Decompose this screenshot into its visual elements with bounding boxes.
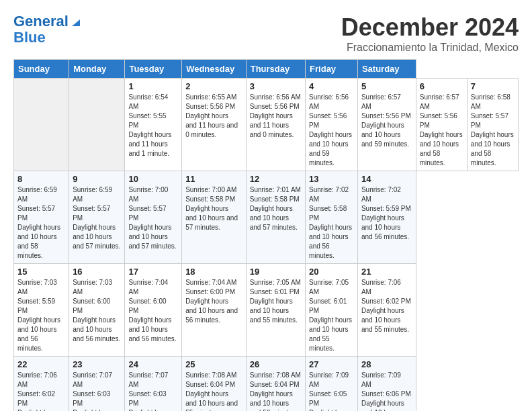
day-info: Sunrise: 6:57 AMSunset: 5:56 PMDaylight … [420,93,463,168]
table-row: 27Sunrise: 7:09 AMSunset: 6:05 PMDayligh… [306,357,358,412]
day-info: Sunrise: 6:56 AMSunset: 5:56 PMDaylight … [250,93,302,140]
day-info: Sunrise: 7:00 AMSunset: 5:58 PMDaylight … [185,185,242,232]
table-row [14,79,69,171]
day-number: 5 [361,81,412,91]
header-thursday: Thursday [246,60,305,79]
table-row: 17Sunrise: 7:04 AMSunset: 6:00 PMDayligh… [125,264,182,357]
day-info: Sunrise: 7:00 AMSunset: 5:57 PMDaylight … [128,185,178,251]
table-row: 15Sunrise: 7:03 AMSunset: 5:59 PMDayligh… [14,264,69,357]
day-info: Sunrise: 7:07 AMSunset: 6:03 PMDaylight … [128,371,178,411]
table-row: 23Sunrise: 7:07 AMSunset: 6:03 PMDayligh… [69,357,125,412]
calendar-week-row: 22Sunrise: 7:06 AMSunset: 6:02 PMDayligh… [14,357,519,412]
day-info: Sunrise: 6:59 AMSunset: 5:57 PMDaylight … [73,185,121,251]
day-number: 11 [185,174,242,184]
day-number: 16 [73,267,121,277]
logo-text-blue: Blue [13,30,46,46]
day-info: Sunrise: 7:06 AMSunset: 6:02 PMDaylight … [361,278,412,334]
calendar-header-row: Sunday Monday Tuesday Wednesday Thursday… [14,60,519,79]
day-info: Sunrise: 7:05 AMSunset: 6:01 PMDaylight … [250,278,302,325]
svg-marker-0 [72,19,80,26]
header-tuesday: Tuesday [125,60,182,79]
table-row: 2Sunrise: 6:55 AMSunset: 5:56 PMDaylight… [182,79,247,171]
day-info: Sunrise: 7:09 AMSunset: 6:05 PMDaylight … [309,371,354,411]
header-saturday: Saturday [357,60,416,79]
day-number: 23 [73,359,121,369]
table-row: 1Sunrise: 6:54 AMSunset: 5:55 PMDaylight… [125,79,182,171]
day-number: 19 [250,267,302,277]
day-info: Sunrise: 7:08 AMSunset: 6:04 PMDaylight … [185,371,242,411]
table-row: 3Sunrise: 6:56 AMSunset: 5:56 PMDaylight… [246,79,305,171]
day-info: Sunrise: 6:54 AMSunset: 5:55 PMDaylight … [128,93,178,158]
day-number: 18 [185,267,242,277]
day-info: Sunrise: 7:03 AMSunset: 6:00 PMDaylight … [73,278,121,344]
table-row: 9Sunrise: 6:59 AMSunset: 5:57 PMDaylight… [69,171,125,264]
day-number: 24 [128,359,178,369]
day-number: 8 [17,174,65,184]
day-number: 3 [250,81,302,91]
table-row: 7Sunrise: 6:58 AMSunset: 5:57 PMDaylight… [467,79,518,171]
table-row: 4Sunrise: 6:56 AMSunset: 5:56 PMDaylight… [306,79,358,171]
day-info: Sunrise: 7:01 AMSunset: 5:58 PMDaylight … [250,185,302,232]
day-number: 4 [309,81,354,91]
day-info: Sunrise: 6:59 AMSunset: 5:57 PMDaylight … [17,185,65,261]
table-row: 20Sunrise: 7:05 AMSunset: 6:01 PMDayligh… [306,264,358,357]
table-row: 10Sunrise: 7:00 AMSunset: 5:57 PMDayligh… [125,171,182,264]
day-number: 6 [420,81,463,91]
table-row: 16Sunrise: 7:03 AMSunset: 6:00 PMDayligh… [69,264,125,357]
table-row: 8Sunrise: 6:59 AMSunset: 5:57 PMDaylight… [14,171,69,264]
day-info: Sunrise: 7:06 AMSunset: 6:02 PMDaylight … [17,371,65,411]
table-row: 28Sunrise: 7:09 AMSunset: 6:06 PMDayligh… [357,357,416,412]
table-row: 25Sunrise: 7:08 AMSunset: 6:04 PMDayligh… [182,357,247,412]
day-info: Sunrise: 7:02 AMSunset: 5:58 PMDaylight … [309,185,354,261]
day-number: 28 [361,359,412,369]
table-row: 18Sunrise: 7:04 AMSunset: 6:00 PMDayligh… [182,264,247,357]
title-area: December 2024 Fraccionamiento la Trinida… [341,13,519,54]
day-number: 22 [17,359,65,369]
logo-text-general: General [13,13,69,30]
day-number: 10 [128,174,178,184]
calendar-week-row: 1Sunrise: 6:54 AMSunset: 5:55 PMDaylight… [14,79,519,171]
day-number: 25 [185,359,242,369]
day-info: Sunrise: 7:04 AMSunset: 6:00 PMDaylight … [185,278,242,325]
day-number: 26 [250,359,302,369]
table-row: 14Sunrise: 7:02 AMSunset: 5:59 PMDayligh… [357,171,416,264]
day-number: 27 [309,359,354,369]
day-info: Sunrise: 7:04 AMSunset: 6:00 PMDaylight … [128,278,178,344]
day-number: 1 [128,81,178,91]
table-row: 12Sunrise: 7:01 AMSunset: 5:58 PMDayligh… [246,171,305,264]
logo: General Blue [13,13,83,46]
day-info: Sunrise: 7:07 AMSunset: 6:03 PMDaylight … [73,371,121,411]
table-row: 24Sunrise: 7:07 AMSunset: 6:03 PMDayligh… [125,357,182,412]
day-number: 9 [73,174,121,184]
day-info: Sunrise: 6:57 AMSunset: 5:56 PMDaylight … [361,93,412,149]
location-title: Fraccionamiento la Trinidad, Mexico [341,42,519,54]
day-number: 21 [361,267,412,277]
page-header: General Blue December 2024 Fraccionamien… [13,13,519,54]
day-number: 15 [17,267,65,277]
day-info: Sunrise: 7:02 AMSunset: 5:59 PMDaylight … [361,185,412,242]
day-info: Sunrise: 6:55 AMSunset: 5:56 PMDaylight … [185,93,242,140]
day-number: 2 [185,81,242,91]
header-monday: Monday [69,60,125,79]
table-row: 5Sunrise: 6:57 AMSunset: 5:56 PMDaylight… [357,79,416,171]
calendar-week-row: 15Sunrise: 7:03 AMSunset: 5:59 PMDayligh… [14,264,519,357]
day-info: Sunrise: 7:03 AMSunset: 5:59 PMDaylight … [17,278,65,353]
calendar-week-row: 8Sunrise: 6:59 AMSunset: 5:57 PMDaylight… [14,171,519,264]
day-info: Sunrise: 7:09 AMSunset: 6:06 PMDaylight … [361,371,412,411]
table-row: 6Sunrise: 6:57 AMSunset: 5:56 PMDaylight… [416,79,467,171]
day-info: Sunrise: 6:56 AMSunset: 5:56 PMDaylight … [309,93,354,168]
month-title: December 2024 [341,13,519,42]
table-row: 19Sunrise: 7:05 AMSunset: 6:01 PMDayligh… [246,264,305,357]
table-row: 22Sunrise: 7:06 AMSunset: 6:02 PMDayligh… [14,357,69,412]
table-row: 11Sunrise: 7:00 AMSunset: 5:58 PMDayligh… [182,171,247,264]
header-sunday: Sunday [14,60,69,79]
header-wednesday: Wednesday [182,60,247,79]
calendar-table: Sunday Monday Tuesday Wednesday Thursday… [13,59,519,411]
day-number: 17 [128,267,178,277]
table-row: 21Sunrise: 7:06 AMSunset: 6:02 PMDayligh… [357,264,416,357]
header-friday: Friday [306,60,358,79]
day-number: 13 [309,174,354,184]
day-number: 20 [309,267,354,277]
table-row: 26Sunrise: 7:08 AMSunset: 6:04 PMDayligh… [246,357,305,412]
table-row [69,79,125,171]
